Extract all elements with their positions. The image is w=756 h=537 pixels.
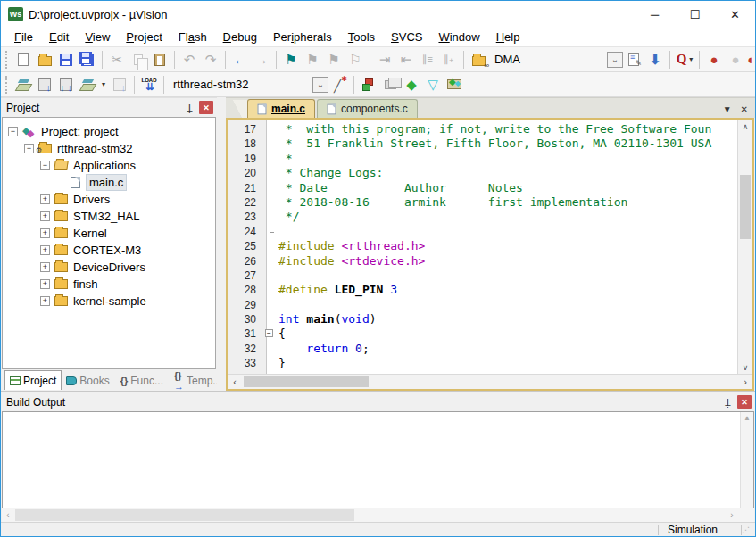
tree-item-cortex-m3[interactable]: +CORTEX-M3	[3, 242, 215, 259]
panel-splitter[interactable]	[217, 97, 226, 391]
tree-expander-icon[interactable]: −	[24, 144, 34, 153]
tab-list-dropdown[interactable]: ▼	[723, 104, 732, 114]
tree-expander-icon[interactable]: −	[40, 161, 50, 170]
bookmark-prev-button[interactable]: ⚑	[302, 49, 323, 70]
navigate-forward-button[interactable]: →	[251, 49, 272, 70]
undo-button[interactable]: ↶	[179, 49, 200, 70]
menu-file[interactable]: File	[6, 29, 41, 45]
bookmark-next-button[interactable]: ⚑	[323, 49, 345, 70]
scroll-down-icon[interactable]: ∨	[738, 360, 752, 374]
target-options-button[interactable]	[328, 74, 350, 95]
menu-edit[interactable]: Edit	[41, 29, 77, 45]
menu-help[interactable]: Help	[488, 29, 528, 45]
tab-books[interactable]: Books	[62, 372, 113, 390]
horizontal-scroll-thumb[interactable]	[244, 376, 369, 387]
menu-project[interactable]: Project	[118, 29, 170, 45]
build-output-close-button[interactable]: ✕	[737, 395, 752, 409]
breakpoint-kill-button[interactable]: ◖	[746, 49, 753, 70]
pin-icon[interactable]: Ṫ	[182, 101, 196, 114]
runtime-environment-button[interactable]: ◆	[401, 74, 422, 95]
build-output-vertical-scrollbar[interactable]: ▲	[740, 412, 753, 508]
minimize-button[interactable]: ─	[635, 1, 675, 28]
menu-debug[interactable]: Debug	[215, 29, 265, 45]
menu-peripherals[interactable]: Peripherals	[265, 29, 340, 45]
translate-button[interactable]	[12, 74, 34, 95]
batch-build-button[interactable]	[77, 74, 98, 95]
tree-item-rtthread-stm32[interactable]: −⚙rtthread-stm32	[3, 140, 215, 157]
quick-find-button[interactable]: Q▾	[674, 49, 695, 70]
editor-vertical-scrollbar[interactable]: ∧ ∨	[737, 120, 752, 374]
tab-functions[interactable]: {} Func...	[116, 372, 168, 390]
scroll-left-icon[interactable]: ‹	[228, 375, 242, 389]
tree-item-main-c[interactable]: main.c	[3, 174, 215, 191]
scroll-up-icon[interactable]: ∧	[738, 120, 752, 133]
tree-item-applications[interactable]: −Applications	[3, 157, 215, 174]
chevron-down-icon[interactable]: ⌄	[607, 52, 623, 68]
tree-expander-icon[interactable]: +	[40, 296, 50, 306]
menu-flash[interactable]: Flash	[170, 29, 215, 45]
manage-components-button[interactable]	[358, 74, 379, 95]
scroll-left-icon[interactable]: ‹	[2, 508, 14, 522]
navigate-back-button[interactable]: ←	[229, 49, 251, 70]
file-extensions-button[interactable]	[379, 74, 401, 95]
paste-button[interactable]	[149, 49, 170, 70]
tab-project[interactable]: Project	[4, 370, 62, 390]
breakpoint-disable-button[interactable]: ●	[725, 49, 746, 70]
tree-expander-icon[interactable]: +	[40, 279, 50, 289]
find-text-button[interactable]	[623, 49, 644, 70]
open-file-button[interactable]	[34, 49, 55, 70]
rebuild-button[interactable]	[55, 74, 77, 95]
close-button[interactable]: ✕	[715, 1, 755, 28]
scroll-right-icon[interactable]: ›	[726, 508, 738, 522]
tree-item-devicedrivers[interactable]: +DeviceDrivers	[3, 259, 215, 276]
maximize-button[interactable]: ☐	[675, 1, 715, 28]
pack-installer-button[interactable]	[444, 74, 465, 95]
target-combobox[interactable]: rtthread-stm32 ⌄	[168, 75, 328, 95]
comment-button[interactable]: ∥≡	[417, 49, 438, 70]
find-combobox[interactable]: DMA ⌄	[489, 50, 623, 70]
tree-item-kernel-sample[interactable]: +kernel-sample	[3, 293, 215, 310]
tree-item-project-project[interactable]: −Project: project	[3, 123, 215, 140]
save-all-button[interactable]	[77, 49, 98, 70]
breakpoint-toggle-button[interactable]: ●	[703, 49, 725, 70]
save-button[interactable]	[55, 49, 77, 70]
stop-build-button[interactable]	[109, 74, 130, 95]
code-area[interactable]: 17 * with this program; if not, write to…	[228, 120, 737, 374]
build-output-content[interactable]: ▲	[2, 411, 754, 508]
tree-expander-icon[interactable]: −	[8, 127, 18, 136]
tree-expander-icon[interactable]: +	[40, 211, 50, 221]
tree-item-finsh[interactable]: +finsh	[3, 276, 215, 293]
select-packs-button[interactable]: ▽	[422, 74, 444, 95]
horizontal-scroll-thumb[interactable]	[15, 509, 354, 521]
tab-components-c[interactable]: components.c	[317, 99, 418, 118]
vertical-scroll-thumb[interactable]	[740, 175, 751, 239]
bookmark-clear-button[interactable]: ⚐	[345, 49, 366, 70]
cut-button[interactable]: ✂	[106, 49, 128, 70]
scroll-up-icon[interactable]: ▲	[741, 414, 753, 422]
toolbar-grip[interactable]	[5, 76, 10, 94]
resize-grip[interactable]: ⋰	[742, 525, 754, 535]
uncomment-button[interactable]: ∥₊	[438, 49, 460, 70]
indent-button[interactable]: ⇥	[374, 49, 395, 70]
tree-item-kernel[interactable]: +Kernel	[3, 225, 215, 242]
find-in-files-button[interactable]: ∞	[468, 49, 489, 70]
document-close-button[interactable]: ✕	[741, 104, 748, 114]
build-output-horizontal-scrollbar[interactable]: ‹ ›	[2, 508, 754, 522]
new-file-button[interactable]	[12, 49, 34, 70]
outdent-button[interactable]: ⇤	[395, 49, 417, 70]
chevron-down-icon[interactable]: ⌄	[312, 77, 328, 93]
tree-expander-icon[interactable]: +	[40, 245, 50, 255]
pin-icon[interactable]: Ṫ	[720, 395, 735, 409]
editor-horizontal-scrollbar[interactable]: ‹ ›	[228, 374, 752, 389]
tree-expander-icon[interactable]: +	[40, 228, 50, 238]
menu-window[interactable]: Window	[430, 29, 487, 45]
redo-button[interactable]: ↷	[200, 49, 221, 70]
menu-view[interactable]: View	[77, 29, 118, 45]
toolbar-grip[interactable]	[5, 51, 10, 69]
menu-tools[interactable]: Tools	[340, 29, 383, 45]
batch-build-dropdown[interactable]: ▾	[98, 74, 109, 95]
tree-item-stm32-hal[interactable]: +STM32_HAL	[3, 208, 215, 225]
copy-button[interactable]	[128, 49, 149, 70]
tree-expander-icon[interactable]: +	[40, 194, 50, 204]
scroll-right-icon[interactable]: ›	[738, 375, 752, 389]
